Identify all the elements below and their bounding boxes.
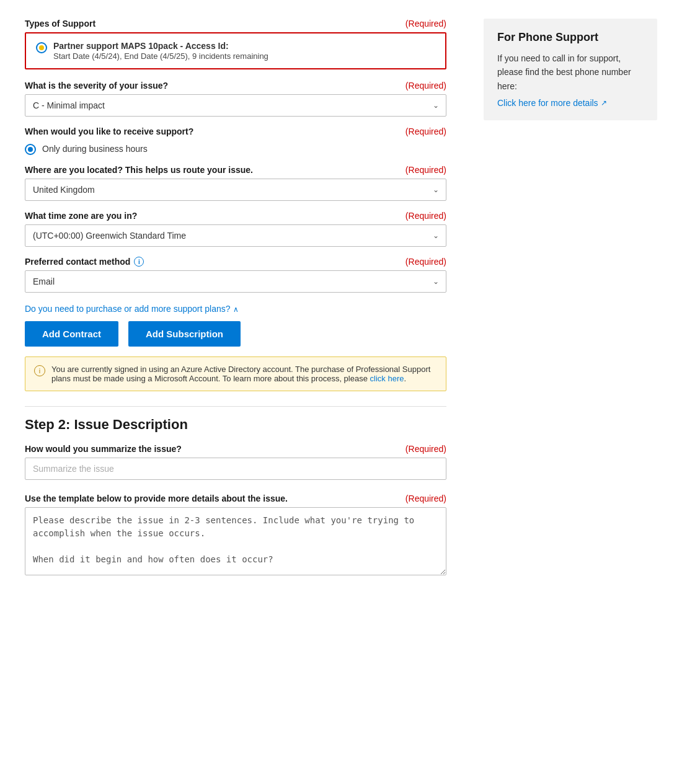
types-of-support-label: Types of Support xyxy=(25,19,95,29)
side-panel-column: For Phone Support If you need to call in… xyxy=(471,12,670,583)
external-link-icon: ↗ xyxy=(601,99,607,107)
timezone-select[interactable]: (UTC+00:00) Greenwich Standard Time (UTC… xyxy=(25,224,446,247)
notice-link[interactable]: click here xyxy=(370,374,404,383)
support-timing-radio[interactable] xyxy=(25,144,36,155)
summarize-label: How would you summarize the issue? xyxy=(25,444,182,454)
severity-label: What is the severity of your issue? xyxy=(25,81,168,91)
severity-select-wrapper: C - Minimal impact A - Critical impact B… xyxy=(25,94,446,117)
notice-box: i You are currently signed in using an A… xyxy=(25,356,446,391)
purchase-plans-link[interactable]: Do you need to purchase or add more supp… xyxy=(25,304,446,314)
add-contract-button[interactable]: Add Contract xyxy=(25,321,118,347)
phone-support-link-text: Click here for more details xyxy=(497,98,598,108)
summarize-required: (Required) xyxy=(405,444,446,454)
location-select[interactable]: United Kingdom United States Germany xyxy=(25,179,446,201)
phone-support-link[interactable]: Click here for more details ↗ xyxy=(497,98,607,108)
severity-required: (Required) xyxy=(405,81,446,91)
support-timing-option-label: Only during business hours xyxy=(42,144,148,154)
section-divider xyxy=(25,406,446,407)
details-required: (Required) xyxy=(405,494,446,503)
contact-method-select[interactable]: Email Phone xyxy=(25,270,446,293)
types-of-support-required: (Required) xyxy=(405,19,446,29)
side-panel-text: If you need to call in for support, plea… xyxy=(497,51,644,93)
step2-title: Step 2: Issue Description xyxy=(25,417,446,433)
contact-method-label: Preferred contact method xyxy=(25,257,130,267)
contact-method-required: (Required) xyxy=(405,257,446,267)
side-panel-title: For Phone Support xyxy=(497,31,644,44)
support-plan-buttons: Add Contract Add Subscription xyxy=(25,321,446,347)
timezone-label: What time zone are you in? xyxy=(25,211,137,221)
add-subscription-button[interactable]: Add Subscription xyxy=(128,321,241,347)
location-label: Where are you located? This helps us rou… xyxy=(25,165,253,175)
location-required: (Required) xyxy=(405,165,446,175)
support-timing-required: (Required) xyxy=(405,126,446,136)
timezone-required: (Required) xyxy=(405,211,446,221)
notice-icon: i xyxy=(34,365,45,378)
phone-support-panel: For Phone Support If you need to call in… xyxy=(484,19,657,120)
support-timing-label: When would you like to receive support? xyxy=(25,126,193,136)
support-type-selected-box[interactable]: Partner support MAPS 10pack - Access Id:… xyxy=(25,32,446,69)
summarize-input[interactable] xyxy=(25,458,446,480)
contact-method-select-wrapper: Email Phone ⌄ xyxy=(25,270,446,293)
severity-select[interactable]: C - Minimal impact A - Critical impact B… xyxy=(25,94,446,117)
notice-text: You are currently signed in using an Azu… xyxy=(51,365,437,383)
contact-method-info-icon[interactable]: i xyxy=(134,257,144,267)
location-select-wrapper: United Kingdom United States Germany ⌄ xyxy=(25,179,446,201)
chevron-up-icon xyxy=(233,304,239,314)
svg-text:i: i xyxy=(39,367,40,374)
purchase-plans-link-text: Do you need to purchase or add more supp… xyxy=(25,304,231,314)
support-timing-option[interactable]: Only during business hours xyxy=(25,143,446,155)
timezone-select-wrapper: (UTC+00:00) Greenwich Standard Time (UTC… xyxy=(25,224,446,247)
details-textarea[interactable]: Please describe the issue in 2-3 sentenc… xyxy=(25,507,446,575)
details-label: Use the template below to provide more d… xyxy=(25,494,288,503)
support-type-radio[interactable] xyxy=(36,42,47,53)
support-type-text: Partner support MAPS 10pack - Access Id:… xyxy=(53,41,268,61)
